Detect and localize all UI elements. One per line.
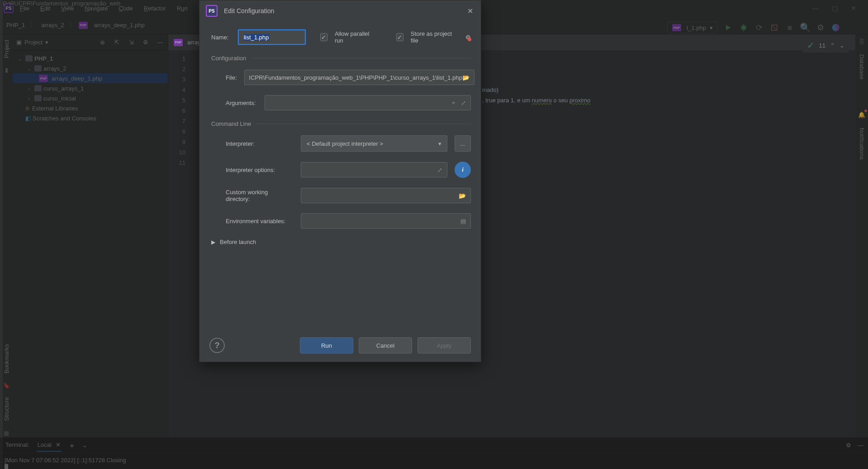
section-commandline: Command Line (211, 120, 471, 127)
arguments-label: Arguments: (226, 100, 257, 106)
chevron-down-icon: ▾ (438, 140, 441, 147)
run-button[interactable]: Run (300, 337, 353, 354)
interpreter-select[interactable]: < Default project interpreter > ▾ (301, 135, 447, 152)
cwd-row: Custom working directory: 📂 (211, 188, 471, 203)
cwd-label: Custom working directory: (226, 189, 294, 202)
interpreter-label: Interpreter: (226, 140, 294, 147)
dialog-header: PS Edit Configuration ✕ (199, 0, 481, 21)
name-value: list_1.php (243, 34, 270, 41)
folder-browse-icon[interactable]: 📂 (459, 192, 466, 199)
interpreter-options-row: Interpreter options: ⤢ i (211, 162, 471, 178)
interpreter-options-input[interactable]: ⤢ (301, 162, 447, 177)
apply-button[interactable]: Apply (417, 337, 471, 354)
name-input[interactable]: list_1.php (238, 29, 306, 45)
file-row: File: ICPR\Fundamentos_programação_web_1… (211, 70, 471, 85)
file-label: File: (226, 74, 237, 81)
arguments-input[interactable]: ＋ ⤢ (265, 95, 471, 110)
before-launch-section[interactable]: ▶ Before launch (211, 239, 471, 245)
store-project-checkbox[interactable] (396, 33, 403, 41)
cwd-input[interactable]: 📂 (301, 188, 471, 203)
file-input[interactable]: ICPR\Fundamentos_programação_web_1\PHP\P… (244, 70, 474, 85)
store-project-label: Store as project file (411, 30, 455, 44)
file-value: ICPR\Fundamentos_programação_web_1\PHP\P… (249, 74, 462, 81)
interpreter-row: Interpreter: < Default project interpret… (211, 135, 471, 152)
list-icon[interactable]: ▤ (460, 218, 466, 225)
env-input[interactable]: ▤ (301, 213, 471, 229)
section-configuration: Configuration (211, 55, 471, 62)
chevron-right-icon: ▶ (211, 239, 215, 245)
interpreter-value: < Default project interpreter > (307, 140, 383, 147)
info-button[interactable]: i (455, 162, 471, 178)
app-icon: PS (206, 5, 218, 17)
dialog-title: Edit Configuration (224, 7, 274, 14)
close-dialog-button[interactable]: ✕ (465, 7, 474, 15)
allow-parallel-label: Allow parallel run (335, 30, 375, 44)
allow-parallel-checkbox[interactable] (320, 33, 327, 41)
expand-icon[interactable]: ⤢ (461, 100, 466, 106)
add-argument-icon[interactable]: ＋ (451, 99, 456, 107)
interpreter-browse-button[interactable]: ... (455, 135, 471, 152)
cancel-button[interactable]: Cancel (359, 337, 412, 354)
dialog-footer: ? Run Cancel Apply (199, 329, 481, 362)
env-label: Environment variables: (226, 218, 294, 225)
interpreter-options-label: Interpreter options: (226, 167, 294, 173)
dialog-body: Name: list_1.php Allow parallel run Stor… (199, 21, 481, 329)
arguments-row: Arguments: ＋ ⤢ (211, 95, 471, 110)
folder-browse-icon[interactable]: 📂 (462, 74, 470, 81)
name-row: Name: list_1.php Allow parallel run Stor… (211, 29, 471, 45)
gear-icon[interactable]: ⚙ (465, 34, 471, 41)
help-button[interactable]: ? (209, 338, 225, 353)
edit-configuration-dialog: PS Edit Configuration ✕ Name: list_1.php… (199, 0, 481, 362)
name-label: Name: (211, 34, 231, 41)
env-row: Environment variables: ▤ (211, 213, 471, 229)
before-launch-label: Before launch (220, 239, 256, 245)
expand-icon[interactable]: ⤢ (437, 167, 442, 173)
